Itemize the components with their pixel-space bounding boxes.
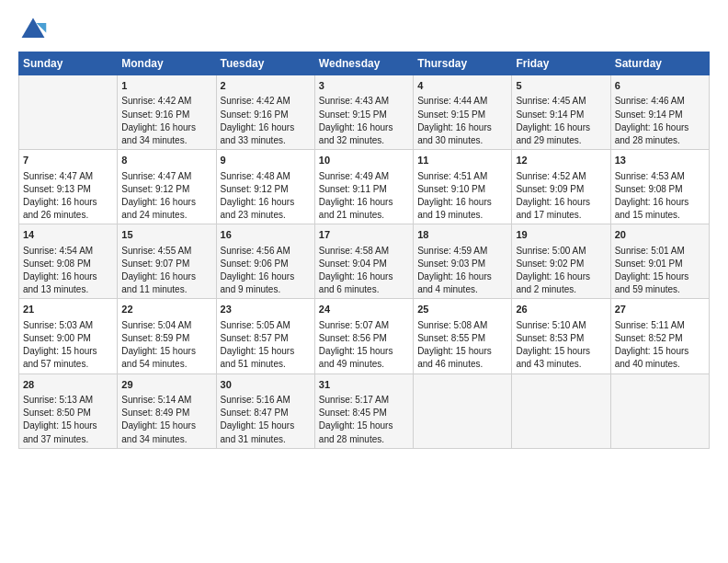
day-number: 25 [417, 303, 507, 316]
day-number: 22 [121, 303, 211, 316]
calendar-page: SundayMondayTuesdayWednesdayThursdayFrid… [0, 0, 728, 563]
weekday-header-thursday: Thursday [414, 52, 512, 75]
calendar-cell: 10Sunrise: 4:49 AM Sunset: 9:11 PM Dayli… [314, 150, 413, 224]
day-number: 28 [23, 378, 113, 392]
cell-content: Sunrise: 4:58 AM Sunset: 9:04 PM Dayligh… [319, 245, 409, 297]
cell-content: Sunrise: 5:13 AM Sunset: 8:50 PM Dayligh… [23, 394, 113, 446]
weekday-header-wednesday: Wednesday [314, 52, 413, 75]
week-row-3: 14Sunrise: 4:54 AM Sunset: 9:08 PM Dayli… [19, 224, 710, 299]
calendar-cell: 4Sunrise: 4:44 AM Sunset: 9:15 PM Daylig… [414, 75, 512, 150]
cell-content: Sunrise: 4:42 AM Sunset: 9:16 PM Dayligh… [221, 95, 311, 147]
calendar-cell: 24Sunrise: 5:07 AM Sunset: 8:56 PM Dayli… [314, 299, 413, 373]
cell-content: Sunrise: 4:42 AM Sunset: 9:16 PM Dayligh… [121, 95, 211, 147]
week-row-4: 21Sunrise: 5:03 AM Sunset: 9:00 PM Dayli… [19, 299, 710, 373]
calendar-cell: 29Sunrise: 5:14 AM Sunset: 8:49 PM Dayli… [118, 373, 216, 448]
calendar-cell [512, 373, 610, 448]
weekday-header-tuesday: Tuesday [216, 52, 314, 75]
calendar-cell: 18Sunrise: 4:59 AM Sunset: 9:03 PM Dayli… [414, 224, 512, 299]
day-number: 16 [221, 228, 311, 242]
day-number: 19 [516, 228, 606, 242]
day-number: 31 [319, 378, 409, 392]
day-number: 14 [23, 228, 113, 242]
calendar-cell: 25Sunrise: 5:08 AM Sunset: 8:55 PM Dayli… [414, 299, 512, 373]
cell-content: Sunrise: 4:47 AM Sunset: 9:12 PM Dayligh… [121, 170, 211, 223]
calendar-cell: 17Sunrise: 4:58 AM Sunset: 9:04 PM Dayli… [314, 224, 413, 299]
cell-content: Sunrise: 5:08 AM Sunset: 8:55 PM Dayligh… [417, 319, 507, 372]
week-row-5: 28Sunrise: 5:13 AM Sunset: 8:50 PM Dayli… [19, 373, 710, 448]
day-number: 30 [221, 378, 311, 392]
weekday-header-friday: Friday [512, 52, 610, 75]
calendar-cell: 7Sunrise: 4:47 AM Sunset: 9:13 PM Daylig… [19, 150, 118, 224]
svg-marker-0 [22, 18, 45, 38]
calendar-cell: 3Sunrise: 4:43 AM Sunset: 9:15 PM Daylig… [314, 75, 413, 150]
calendar-cell: 31Sunrise: 5:17 AM Sunset: 8:45 PM Dayli… [314, 373, 413, 448]
cell-content: Sunrise: 5:07 AM Sunset: 8:56 PM Dayligh… [319, 319, 409, 372]
cell-content: Sunrise: 5:16 AM Sunset: 8:47 PM Dayligh… [221, 394, 311, 446]
calendar-cell: 6Sunrise: 4:46 AM Sunset: 9:14 PM Daylig… [610, 75, 709, 150]
day-number: 21 [23, 303, 113, 316]
calendar-cell: 12Sunrise: 4:52 AM Sunset: 9:09 PM Dayli… [512, 150, 610, 224]
calendar-cell: 22Sunrise: 5:04 AM Sunset: 8:59 PM Dayli… [118, 299, 216, 373]
calendar-cell [610, 373, 709, 448]
cell-content: Sunrise: 5:11 AM Sunset: 8:52 PM Dayligh… [615, 319, 705, 372]
weekday-header-saturday: Saturday [610, 52, 709, 75]
day-number: 24 [319, 303, 409, 316]
day-number: 13 [615, 154, 705, 167]
calendar-cell [19, 75, 118, 150]
day-number: 5 [516, 79, 606, 93]
cell-content: Sunrise: 4:59 AM Sunset: 9:03 PM Dayligh… [417, 245, 507, 297]
cell-content: Sunrise: 5:10 AM Sunset: 8:53 PM Dayligh… [516, 319, 606, 372]
day-number: 15 [121, 228, 211, 242]
cell-content: Sunrise: 4:45 AM Sunset: 9:14 PM Dayligh… [516, 95, 606, 147]
calendar-body: 1Sunrise: 4:42 AM Sunset: 9:16 PM Daylig… [19, 75, 710, 449]
cell-content: Sunrise: 4:53 AM Sunset: 9:08 PM Dayligh… [615, 170, 705, 223]
cell-content: Sunrise: 5:01 AM Sunset: 9:01 PM Dayligh… [615, 245, 705, 297]
weekday-header-monday: Monday [118, 52, 216, 75]
calendar-header: SundayMondayTuesdayWednesdayThursdayFrid… [19, 52, 710, 75]
calendar-cell: 11Sunrise: 4:51 AM Sunset: 9:10 PM Dayli… [414, 150, 512, 224]
day-number: 8 [121, 154, 211, 167]
day-number: 18 [417, 228, 507, 242]
calendar-cell: 2Sunrise: 4:42 AM Sunset: 9:16 PM Daylig… [216, 75, 314, 150]
cell-content: Sunrise: 5:14 AM Sunset: 8:49 PM Dayligh… [121, 394, 211, 446]
day-number: 17 [319, 228, 409, 242]
cell-content: Sunrise: 4:46 AM Sunset: 9:14 PM Dayligh… [615, 95, 705, 147]
day-number: 20 [615, 228, 705, 242]
cell-content: Sunrise: 5:04 AM Sunset: 8:59 PM Dayligh… [121, 319, 211, 372]
cell-content: Sunrise: 4:44 AM Sunset: 9:15 PM Dayligh… [417, 95, 507, 147]
calendar-cell: 8Sunrise: 4:47 AM Sunset: 9:12 PM Daylig… [118, 150, 216, 224]
cell-content: Sunrise: 4:47 AM Sunset: 9:13 PM Dayligh… [23, 170, 113, 223]
header [18, 15, 710, 44]
cell-content: Sunrise: 4:48 AM Sunset: 9:12 PM Dayligh… [221, 170, 311, 223]
day-number: 4 [417, 79, 507, 93]
day-number: 9 [221, 154, 311, 167]
day-number: 29 [121, 378, 211, 392]
calendar-cell: 23Sunrise: 5:05 AM Sunset: 8:57 PM Dayli… [216, 299, 314, 373]
calendar-cell: 20Sunrise: 5:01 AM Sunset: 9:01 PM Dayli… [610, 224, 709, 299]
cell-content: Sunrise: 4:49 AM Sunset: 9:11 PM Dayligh… [319, 170, 409, 223]
cell-content: Sunrise: 4:54 AM Sunset: 9:08 PM Dayligh… [23, 245, 113, 297]
calendar-cell: 19Sunrise: 5:00 AM Sunset: 9:02 PM Dayli… [512, 224, 610, 299]
day-number: 3 [319, 79, 409, 93]
calendar-cell [414, 373, 512, 448]
calendar-cell: 14Sunrise: 4:54 AM Sunset: 9:08 PM Dayli… [19, 224, 118, 299]
cell-content: Sunrise: 4:43 AM Sunset: 9:15 PM Dayligh… [319, 95, 409, 147]
cell-content: Sunrise: 5:03 AM Sunset: 9:00 PM Dayligh… [23, 319, 113, 372]
logo [18, 15, 51, 44]
logo-icon [18, 15, 48, 44]
calendar-cell: 30Sunrise: 5:16 AM Sunset: 8:47 PM Dayli… [216, 373, 314, 448]
calendar-cell: 21Sunrise: 5:03 AM Sunset: 9:00 PM Dayli… [19, 299, 118, 373]
weekday-header-row: SundayMondayTuesdayWednesdayThursdayFrid… [19, 52, 710, 75]
calendar-cell: 1Sunrise: 4:42 AM Sunset: 9:16 PM Daylig… [118, 75, 216, 150]
day-number: 27 [615, 303, 705, 316]
day-number: 6 [615, 79, 705, 93]
day-number: 26 [516, 303, 606, 316]
day-number: 10 [319, 154, 409, 167]
day-number: 11 [417, 154, 507, 167]
calendar-cell: 16Sunrise: 4:56 AM Sunset: 9:06 PM Dayli… [216, 224, 314, 299]
calendar-cell: 15Sunrise: 4:55 AM Sunset: 9:07 PM Dayli… [118, 224, 216, 299]
calendar-cell: 26Sunrise: 5:10 AM Sunset: 8:53 PM Dayli… [512, 299, 610, 373]
day-number: 7 [23, 154, 113, 167]
day-number: 23 [221, 303, 311, 316]
cell-content: Sunrise: 4:51 AM Sunset: 9:10 PM Dayligh… [417, 170, 507, 223]
